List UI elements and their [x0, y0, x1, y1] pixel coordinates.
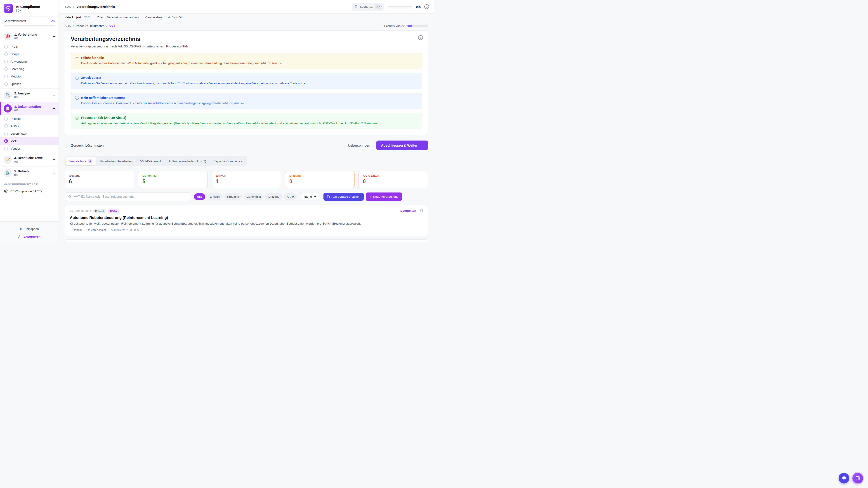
new-record-button[interactable]: + Neue Verarbeitung — [366, 193, 402, 201]
machine-section-heading: MASCHINENRECHT / CE — [0, 180, 59, 187]
section-percent: 0% — [14, 37, 50, 40]
crumb-sdk[interactable]: SDK — [65, 24, 71, 28]
sidebar-section-betrieb[interactable]: ⚙️ 5. Betrieb 0% — [0, 166, 59, 180]
breadcrumb-current: Verarbeitungsverzeichnis — [76, 5, 115, 8]
record-search-input[interactable] — [74, 195, 188, 198]
sidebar-item-module[interactable]: Module — [0, 73, 59, 80]
stat-cards: Gesamt 6 Genehmigt 5 Entwurf 1 Drittland… — [65, 171, 428, 188]
chip-pruefung[interactable]: Pruefung — [224, 193, 242, 200]
document-icon — [327, 195, 330, 198]
sidebar-item-screening[interactable]: Screening — [0, 65, 59, 73]
warning-icon: ⚠ — [75, 56, 79, 60]
chip-genehmigt[interactable]: Genehmigt — [244, 193, 264, 200]
radio-icon — [4, 124, 8, 128]
sidebar-item-loeschfristen[interactable]: Löschfristen — [0, 130, 59, 137]
status-bar: Kein Projekt V001 Zuletzt: Verarbeitungs… — [59, 13, 434, 21]
record-id: VVT-ROBOT-001 — [70, 210, 91, 213]
sidebar-item-toms[interactable]: TOMs — [0, 123, 59, 130]
record-search[interactable] — [65, 192, 191, 201]
breadcrumb: SDK › Verarbeitungsverzeichnis — [65, 5, 115, 8]
chevron-up-icon — [53, 107, 55, 110]
crumb-phase2[interactable]: Phase 2: Dokumente — [76, 24, 104, 28]
create-from-template-button[interactable]: Aus Vorlage erstellen — [323, 193, 364, 201]
export-button[interactable]: Exportieren — [0, 233, 59, 240]
app-title: AI Compliance — [16, 5, 40, 8]
stat-entwurf: Entwurf 1 — [212, 171, 281, 188]
header-progress-value: 0% — [416, 5, 421, 8]
info-icon: i — [75, 96, 79, 100]
step-progress-bar — [407, 25, 428, 27]
skip-button[interactable]: Ueberspringen — [348, 143, 370, 147]
section-label: 5. Betrieb — [14, 169, 50, 173]
sidebar-section-dokumentation[interactable]: 📋 3. Dokumentation 0% — [0, 102, 59, 115]
upload-icon — [18, 235, 22, 238]
filter-toolbar: Alle Entwurf Pruefung Genehmigt Drittlan… — [65, 192, 428, 201]
chip-alle[interactable]: Alle — [194, 193, 205, 200]
chip-drittland[interactable]: Drittland — [266, 193, 282, 200]
sidebar-item-vvt[interactable]: VVT — [0, 137, 59, 145]
sidebar-item-pflichten[interactable]: Pflichten — [0, 115, 59, 123]
help-icon[interactable]: ? — [424, 4, 429, 9]
edit-record-button[interactable]: Bearbeiten — [400, 209, 416, 213]
memo-icon: 📝 — [4, 156, 12, 164]
chevron-down-icon — [53, 94, 55, 96]
radio-icon — [4, 67, 8, 71]
app-logo-row: AI Compliance SDK — [0, 0, 59, 16]
crumb-vvt: VVT — [109, 24, 115, 28]
divider — [94, 16, 94, 19]
plus-icon: + — [369, 195, 371, 199]
radio-icon — [4, 117, 8, 121]
back-button[interactable]: ← Zurueck: Löschfristen — [65, 143, 103, 148]
sidebar-section-vorbereitung[interactable]: 🎯 1. Vorbereitung 0% — [0, 30, 59, 43]
radio-icon — [4, 132, 8, 135]
chip-art9[interactable]: Art. 9 — [284, 193, 297, 200]
sidebar-nav: 🎯 1. Vorbereitung 0% Profil Scope Anwend… — [0, 30, 59, 221]
delete-record-icon[interactable] — [420, 209, 423, 213]
section-label: 3. Dokumentation — [14, 105, 50, 108]
sidebar-item-profil[interactable]: Profil — [0, 43, 59, 51]
sidebar-item-quellen[interactable]: Quellen — [0, 80, 59, 88]
keyboard-shortcut-badge: ⌘K — [375, 4, 381, 9]
sidebar-section-analyse[interactable]: 🔍 2. Analyse 0% — [0, 89, 59, 102]
tab-vvt-dokument[interactable]: VVT-Dokument — [136, 158, 165, 165]
clipboard-icon: 📋 — [4, 104, 12, 112]
sync-ok-dot — [168, 17, 170, 18]
alert-success: ✓Processor-Tab (Art. 30 Abs. 2) Auftrags… — [71, 113, 422, 129]
tab-verarbeitung-bearbeiten[interactable]: Verarbeitung bearbeiten — [96, 158, 136, 165]
breadcrumb-sdk[interactable]: SDK — [65, 5, 71, 8]
collapse-sidebar-button[interactable]: « Einklappen — [0, 225, 59, 233]
sort-select[interactable]: Name — [301, 193, 319, 200]
help-icon[interactable]: ? — [418, 35, 423, 40]
record-updated: Aktualisiert: 20.3.2026 — [111, 228, 139, 232]
record-card: VVT-ROBOT-001 Entwurf DSFA Autonome Robo… — [65, 205, 428, 236]
chevron-down-icon — [53, 172, 55, 174]
complete-continue-button[interactable]: Abschliessen & Weiter → — [376, 140, 428, 150]
overall-progress-bar — [4, 25, 55, 26]
project-name: Kein Projekt — [65, 16, 81, 19]
page-title: Verarbeitungsverzeichnis — [71, 36, 422, 42]
section-percent: 0% — [14, 173, 50, 177]
target-icon: 🎯 — [4, 32, 12, 40]
step-label: Schritt 5 von 22 — [384, 24, 405, 28]
cpu-chip-icon — [4, 189, 8, 193]
radio-icon — [4, 82, 8, 86]
sidebar-item-scope[interactable]: Scope — [0, 51, 59, 58]
search-icon — [68, 195, 72, 198]
app-subtitle: SDK — [16, 9, 40, 12]
tab-auftragsverarbeiter[interactable]: Auftragsverarbeiter (Abs. 2) — [165, 158, 210, 165]
chip-entwurf[interactable]: Entwurf — [207, 193, 223, 200]
global-search[interactable]: Suchen... ⌘K — [352, 3, 384, 11]
sidebar-item-vendor[interactable]: Vendor — [0, 145, 59, 153]
tab-export-compliance[interactable]: Export & Compliance — [210, 158, 246, 165]
sidebar-item-ce-compliance[interactable]: CE-Compliance (IACE) — [0, 187, 59, 195]
header-progress-bar — [388, 6, 412, 7]
sidebar-item-anwendung[interactable]: Anwendung — [0, 58, 59, 65]
tab-verzeichnis[interactable]: Verzeichnis 6 — [66, 157, 96, 165]
info-icon: i — [75, 76, 79, 80]
tab-strip: Verzeichnis 6 Verarbeitung bearbeiten VV… — [65, 156, 247, 166]
radio-selected-icon — [4, 139, 8, 143]
collapse-icon: « — [20, 227, 22, 231]
section-label: 2. Analyse — [14, 92, 50, 95]
sidebar-section-rechtliche-texte[interactable]: 📝 4. Rechtliche Texte 0% — [0, 153, 59, 166]
topbar: SDK › Verarbeitungsverzeichnis Suchen...… — [59, 0, 434, 13]
